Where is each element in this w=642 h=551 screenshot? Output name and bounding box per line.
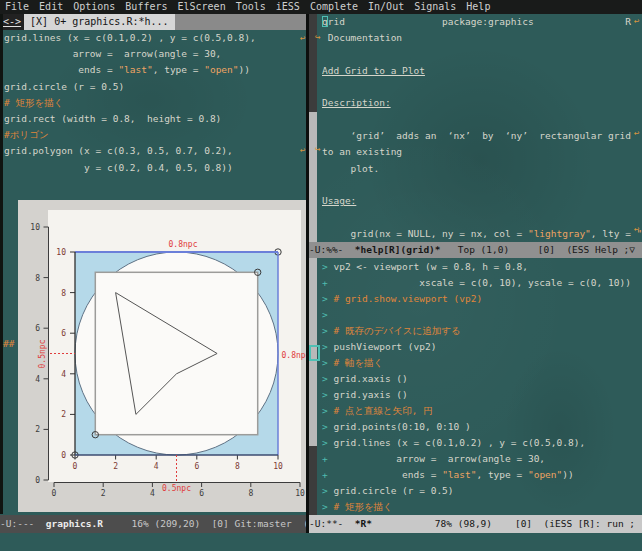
text-line: > # 矩形を描く	[322, 499, 642, 515]
svg-text:2: 2	[101, 489, 106, 498]
tab-bar: <->[X] 0+ graphics.R:*h...	[0, 14, 306, 30]
svg-text:10: 10	[30, 223, 40, 232]
menu-item-elscreen[interactable]: ElScreen	[173, 0, 231, 14]
buffer-name: graphics.R	[46, 518, 103, 529]
wrap-indicator-icon: ↩	[634, 224, 639, 234]
svg-text:8: 8	[61, 289, 66, 298]
svg-text:8: 8	[35, 274, 40, 283]
source-buffer[interactable]: grid.lines (x = c(0.1,0.2) , y = c(0.5,0…	[4, 30, 306, 180]
buffer-name: *help[R](grid)*	[355, 244, 441, 255]
svg-text:4: 4	[35, 375, 40, 384]
text-line: # 矩形を描く	[4, 95, 306, 111]
mode-line-info: 78% (98,9) [0] (iESS [R]: run ;	[372, 518, 635, 529]
svg-text:6: 6	[194, 462, 199, 471]
text-line: grid package:graphics R	[322, 14, 642, 30]
text-line: > # grid.show.viewport (vp2)	[322, 291, 642, 307]
menu-item-complete[interactable]: Complete	[305, 0, 363, 14]
text-line: + arrow = arrow(angle = 30,	[322, 451, 642, 467]
minibuffer[interactable]	[0, 533, 642, 551]
text-line: grid.lines (x = c(0.1,0.2) , y = c(0.5,0…	[4, 30, 306, 46]
source-mode-line: -U:--- graphics.R 16% (209,20) [0] Git:m…	[0, 515, 306, 533]
text-line: ‘grid’ adds an ‘nx’ by ‘ny’ rectangular …	[322, 128, 642, 144]
tab-graphics-r[interactable]: [X] 0+ graphics.R:*h...	[24, 14, 174, 30]
menu-item-edit[interactable]: Edit	[34, 0, 68, 14]
wrap-indicator-icon: ↩	[634, 16, 639, 26]
text-line: arrow = arrow(angle = 30,	[4, 46, 306, 62]
npc-label-right: 0.8npc	[282, 351, 307, 360]
mode-line-flags: -U:**-	[309, 518, 355, 529]
mode-line-flags: -U:%%-	[309, 244, 355, 255]
text-line: > grid.lines (x = c(0.1,0.2) , y = c(0.5…	[322, 435, 642, 451]
text-line: to an existing	[322, 144, 642, 160]
menu-item-options[interactable]: Options	[68, 0, 120, 14]
text-line: > # 既存のデバイスに追加する	[322, 323, 642, 339]
help-buffer[interactable]: grid package:graphics R Documentation Ad…	[322, 14, 642, 242]
buffer-name: *R*	[355, 518, 372, 529]
text-line: grid(nx = NULL, ny = nx, col = "lightgra…	[322, 226, 642, 242]
text-line: > grid.points(0:10, 0:10 )	[322, 419, 642, 435]
text-line: y = c(0.2, 0.4, 0.5, 0.8))	[4, 160, 306, 176]
continuation-indicator-icon: ↪	[315, 144, 320, 154]
tab-nav-arrows[interactable]: <->	[0, 14, 24, 30]
menu-item-tools[interactable]: Tools	[231, 0, 271, 14]
svg-text:4: 4	[61, 370, 66, 379]
console-mode-line: -U:**- *R* 78% (98,9) [0] (iESS [R]: run…	[309, 515, 642, 533]
text-line: Add Grid to a Plot	[322, 63, 642, 79]
svg-text:4: 4	[150, 489, 155, 498]
wrap-indicator-icon: ↩	[300, 33, 305, 43]
grid-rect	[95, 272, 257, 434]
r-plot-image: 00224466881010 00224466881010 0.8npc 0.5…	[18, 200, 306, 512]
help-scrollbar[interactable]	[309, 14, 317, 242]
text-line: >	[322, 307, 642, 323]
help-mode-line: -U:%%- *help[R](grid)* Top (1,0) [0] (ES…	[309, 242, 642, 258]
mode-line-flags: -U:---	[0, 518, 46, 529]
console-scrollbar[interactable]	[309, 258, 317, 515]
left-fringe	[0, 14, 3, 514]
wrap-indicator-icon: ↩	[300, 145, 305, 155]
text-line: ends = "last", type = "open"))	[4, 62, 306, 78]
svg-text:0: 0	[35, 476, 40, 485]
svg-text:2: 2	[35, 425, 40, 434]
menu-item-iess[interactable]: iESS	[271, 0, 305, 14]
svg-text:0: 0	[61, 451, 66, 460]
text-line: > grid.yaxis ()	[322, 387, 642, 403]
svg-text:10: 10	[56, 248, 66, 257]
menu-item-file[interactable]: File	[0, 0, 34, 14]
text-line: > # 軸を描く	[322, 355, 642, 371]
text-line: + xscale = c(0, 10), yscale = c(0, 10))	[322, 275, 642, 291]
text-line: grid.circle (r = 0.5)	[4, 79, 306, 95]
svg-text:10: 10	[273, 462, 283, 471]
text-line	[322, 177, 642, 193]
text-line: > grid.circle (r = 0.5)	[322, 483, 642, 499]
svg-text:6: 6	[35, 324, 40, 333]
svg-text:6: 6	[61, 329, 66, 338]
text-line: + ends = "last", type = "open"))	[322, 467, 642, 483]
menu-item-buffers[interactable]: Buffers	[120, 0, 172, 14]
continuation-indicator-icon: ↪	[315, 32, 320, 42]
text-line	[322, 47, 642, 63]
menu-item-in-out[interactable]: In/Out	[363, 0, 409, 14]
npc-label-left: 0.5npc	[38, 339, 47, 368]
text-line: #ポリゴン	[4, 127, 306, 143]
text-line	[322, 112, 642, 128]
text-line: > # 点と直線と矢印, 円	[322, 403, 642, 419]
text-line: > pushViewport (vp2)	[322, 339, 642, 355]
svg-text:10: 10	[295, 489, 305, 498]
mode-line-info: Top (1,0) [0] (ESS Help ;▽	[441, 244, 635, 255]
help-scrollbar-thumb[interactable]	[309, 14, 317, 112]
text-line: Documentation	[322, 30, 642, 46]
menu-item-help[interactable]: Help	[461, 0, 495, 14]
text-line	[322, 79, 642, 95]
text-line: plot.	[322, 161, 642, 177]
text-line: grid.rect (width = 0.8, height = 0.8)	[4, 111, 306, 127]
svg-text:0: 0	[73, 462, 78, 471]
text-line: > grid.xaxis ()	[322, 371, 642, 387]
text-line: Usage:	[322, 193, 642, 209]
menu-bar: FileEditOptionsBuffersElScreenToolsiESSC…	[0, 0, 642, 14]
r-console-buffer[interactable]: > vp2 <- viewport (w = 0.8, h = 0.8,+ xs…	[322, 259, 642, 515]
text-line: grid.polygon (x = c(0.3, 0.5, 0.7, 0.2),	[4, 143, 306, 159]
menu-item-signals[interactable]: Signals	[409, 0, 461, 14]
console-scrollbar-thumb[interactable]	[309, 446, 317, 515]
text-line	[322, 210, 642, 226]
text-line: Description:	[322, 95, 642, 111]
